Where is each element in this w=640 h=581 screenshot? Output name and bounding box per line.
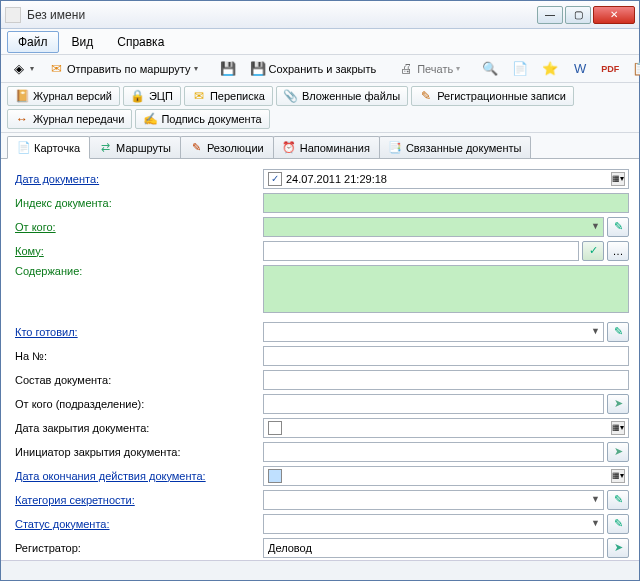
menu-help[interactable]: Справка [106,31,175,53]
sign-icon: ✍ [143,112,157,126]
print-label: Печать [417,63,453,75]
calendar-icon[interactable]: ▦▾ [611,421,625,435]
menu-view[interactable]: Вид [61,31,105,53]
tab-routes[interactable]: ⇄Маршруты [89,136,181,158]
label-to[interactable]: Кому: [15,245,263,257]
composition-field[interactable] [263,370,629,390]
tab-reminders[interactable]: ⏰Напоминания [273,136,380,158]
secrecy-edit-button[interactable]: ✎ [607,490,629,510]
routes-icon: ⇄ [99,141,112,154]
label-doc-date[interactable]: Дата документа: [15,173,263,185]
transfer-icon: ↔ [15,112,29,126]
menu-file[interactable]: Файл [7,31,59,53]
prepared-field[interactable]: ▼ [263,322,604,342]
tool-page-button[interactable]: 📄 [506,58,534,80]
from-field[interactable]: ▼ [263,217,604,237]
pen-icon: ✎ [190,141,203,154]
registrar-field[interactable]: Деловод [263,538,604,558]
to-check-button[interactable]: ✓ [582,241,604,261]
mail-send-icon: ✉ [48,61,64,77]
to-field[interactable] [263,241,579,261]
label-from[interactable]: От кого: [15,221,263,233]
tool-search-button[interactable]: 🔍 [476,58,504,80]
print-icon: 🖨 [398,61,414,77]
close-initiator-field[interactable] [263,442,604,462]
label-status[interactable]: Статус документа: [15,518,263,530]
content-field[interactable] [263,265,629,313]
lock-icon: 🔒 [131,89,145,103]
send-route-label: Отправить по маршруту [67,63,191,75]
tool-word-button[interactable]: W [566,58,594,80]
expiry-date-checkbox[interactable] [268,469,282,483]
app-icon [5,7,21,23]
attachments-button[interactable]: 📎Вложенные файлы [276,86,408,106]
save-close-button[interactable]: 💾Сохранить и закрыть [244,58,383,80]
tab-linked[interactable]: 📑Связанные документы [379,136,532,158]
toolbar: ◈▾ ✉Отправить по маршруту▾ 💾 💾Сохранить … [1,55,639,83]
chevron-down-icon: ▼ [591,326,600,336]
save-close-label: Сохранить и закрыть [269,63,377,75]
label-expiry-date[interactable]: Дата окончания действия документа: [15,470,263,482]
journal-transfer-button[interactable]: ↔Журнал передачи [7,109,132,129]
card-icon: 📄 [17,141,30,154]
calendar-icon[interactable]: ▦▾ [611,469,625,483]
calendar-icon[interactable]: ▦▾ [611,172,625,186]
actionbar: 📔Журнал версий 🔒ЭЦП ✉Переписка 📎Вложенны… [1,83,639,133]
send-route-button[interactable]: ✉Отправить по маршруту▾ [42,58,204,80]
search-icon: 🔍 [482,61,498,77]
label-prepared[interactable]: Кто готовил: [15,326,263,338]
registrar-go-button[interactable]: ➤ [607,538,629,558]
doc-date-value: 24.07.2011 21:29:18 [286,173,387,185]
label-secrecy[interactable]: Категория секретности: [15,494,263,506]
doc-date-field[interactable]: ✓ 24.07.2011 21:29:18 ▦▾ [263,169,629,189]
expiry-date-field[interactable]: ▦▾ [263,466,629,486]
form-pane: Дата документа: ✓ 24.07.2011 21:29:18 ▦▾… [1,158,639,560]
label-composition: Состав документа: [15,374,263,386]
registrar-value: Деловод [268,542,312,554]
journal-versions-button[interactable]: 📔Журнал версий [7,86,120,106]
from-dept-field[interactable] [263,394,604,414]
close-button[interactable]: ✕ [593,6,635,24]
status-edit-button[interactable]: ✎ [607,514,629,534]
sign-doc-button[interactable]: ✍Подпись документа [135,109,269,129]
label-registrar: Регистратор: [15,542,263,554]
star-icon: ⭐ [542,61,558,77]
statusbar [1,560,639,580]
pen-icon: ✎ [419,89,433,103]
minimize-button[interactable]: — [537,6,563,24]
reg-records-button[interactable]: ✎Регистрационные записи [411,86,574,106]
clip-icon: 📎 [284,89,298,103]
to-more-button[interactable]: … [607,241,629,261]
expand-all-button[interactable]: ◈▾ [5,58,40,80]
copy-icon: 📋 [632,61,640,77]
doc-date-checkbox[interactable]: ✓ [268,172,282,186]
status-field[interactable]: ▼ [263,514,604,534]
save-button[interactable]: 💾 [214,58,242,80]
prepared-edit-button[interactable]: ✎ [607,322,629,342]
tool-pdf-button[interactable]: PDF [596,58,624,80]
page-icon: 📄 [512,61,528,77]
doc-index-field[interactable] [263,193,629,213]
tab-resolutions[interactable]: ✎Резолюции [180,136,274,158]
ecp-button[interactable]: 🔒ЭЦП [123,86,181,106]
from-edit-button[interactable]: ✎ [607,217,629,237]
pdf-icon: PDF [602,61,618,77]
tool-copy-button[interactable]: 📋 [626,58,640,80]
tab-card[interactable]: 📄Карточка [7,136,90,159]
on-no-field[interactable] [263,346,629,366]
chevron-down-icon: ▼ [591,221,600,231]
label-close-initiator: Инициатор закрытия документа: [15,446,263,458]
chevron-down-icon: ▼ [591,494,600,504]
correspondence-button[interactable]: ✉Переписка [184,86,273,106]
secrecy-field[interactable]: ▼ [263,490,604,510]
print-button[interactable]: 🖨Печать▾ [392,58,466,80]
tabs: 📄Карточка ⇄Маршруты ✎Резолюции ⏰Напомина… [1,133,639,158]
close-date-field[interactable]: ▦▾ [263,418,629,438]
close-date-checkbox[interactable] [268,421,282,435]
maximize-button[interactable]: ▢ [565,6,591,24]
close-initiator-go-button[interactable]: ➤ [607,442,629,462]
label-doc-index: Индекс документа: [15,197,263,209]
from-dept-go-button[interactable]: ➤ [607,394,629,414]
chevron-down-icon: ▼ [591,518,600,528]
tool-star-button[interactable]: ⭐ [536,58,564,80]
